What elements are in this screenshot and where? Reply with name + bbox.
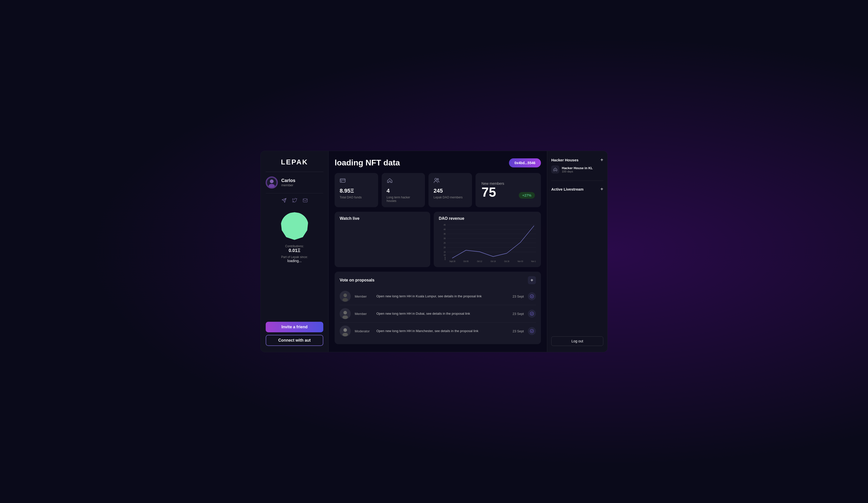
connect-aut-button[interactable]: Connect with aut <box>266 335 323 346</box>
stat-card-funds: 8.95Ξ Total DAO funds <box>334 173 378 207</box>
invite-friend-button[interactable]: Invite a friend <box>266 322 323 332</box>
proposal-avatar-1 <box>340 291 351 302</box>
proposal-row: Member Open new long term HH in Kuala Lu… <box>340 288 536 305</box>
wallet-button[interactable]: 0x4bd...5546 <box>509 158 541 168</box>
svg-point-35 <box>530 294 534 298</box>
sidebar: LEPAK Carlos member <box>261 151 329 352</box>
proposal-date-1: 23 Sept <box>509 294 524 298</box>
stats-row: 8.95Ξ Total DAO funds 4 Long term hacker… <box>334 173 541 207</box>
proposal-text-1: Open new long term HH in Kuala Lumpur, s… <box>376 294 505 299</box>
sidebar-title: LEPAK <box>281 158 308 166</box>
proposal-row: Moderator Open new long term HH in Manch… <box>340 322 536 340</box>
proposals-header: Vote on proposals + <box>340 276 536 284</box>
svg-point-6 <box>435 178 437 180</box>
main-header: loading NFT data 0x4bd...5546 <box>334 158 541 168</box>
twitter-icon[interactable] <box>292 198 297 204</box>
watch-live-title: Watch live <box>340 216 425 221</box>
svg-text:Oct 19: Oct 19 <box>490 260 496 263</box>
hacker-house-item: Hacker House in KL 100 days <box>551 165 603 173</box>
svg-point-33 <box>343 293 347 297</box>
svg-point-38 <box>342 315 348 319</box>
contributions-label: Contributions: <box>285 244 304 248</box>
active-livestream-header: Active Livestream + <box>551 186 603 192</box>
svg-rect-3 <box>303 199 307 202</box>
proposals-title: Vote on proposals <box>340 278 374 282</box>
svg-text:30: 30 <box>444 237 446 240</box>
svg-text:35: 35 <box>444 233 446 235</box>
user-name: Carlos <box>281 178 296 183</box>
svg-text:40: 40 <box>444 228 446 231</box>
stat-value-funds: 8.95Ξ <box>340 188 373 194</box>
proposal-avatar-2 <box>340 308 351 319</box>
proposal-text-3: Open new long term HH in Manchester, see… <box>376 329 505 333</box>
logout-button[interactable]: Log out <box>551 336 603 346</box>
house-info: Hacker House in KL 100 days <box>562 166 593 173</box>
svg-point-1 <box>270 180 274 183</box>
growth-badge: +27% <box>519 192 535 199</box>
svg-point-7 <box>437 179 438 180</box>
svg-text:15: 15 <box>444 251 446 253</box>
house-days: 100 days <box>562 170 593 173</box>
contributions-value: 0.01Ξ <box>285 248 304 253</box>
new-members-row: New members 75 +27% <box>482 181 535 199</box>
stat-label-members: Lepak DAO members <box>434 195 467 199</box>
proposal-check-3[interactable] <box>528 327 536 335</box>
svg-point-2 <box>269 184 275 188</box>
houses-icon <box>387 178 420 185</box>
sidebar-divider <box>266 172 323 172</box>
email-icon[interactable] <box>303 198 308 204</box>
stat-card-houses: 4 Long term hacker houses <box>382 173 425 207</box>
funds-icon <box>340 178 373 185</box>
add-hacker-house-button[interactable]: + <box>600 157 603 163</box>
sidebar-divider2 <box>266 193 323 193</box>
proposal-check-1[interactable] <box>528 292 536 300</box>
stat-value-members: 245 <box>434 188 467 194</box>
social-icons <box>281 198 308 204</box>
stat-label-houses: Long term hacker houses <box>387 195 420 203</box>
nft-badge <box>281 212 309 240</box>
svg-point-34 <box>342 298 348 302</box>
svg-text:0: 0 <box>445 258 446 261</box>
middle-row: Watch live DAO revenue 45 <box>334 212 541 267</box>
svg-point-43 <box>530 329 534 333</box>
proposals-card: Vote on proposals + Member Open new long… <box>334 272 541 344</box>
svg-point-5 <box>341 181 342 182</box>
revenue-chart-svg: 45 40 35 30 25 20 15 10 5 0 Sept 28 Oct … <box>439 222 536 263</box>
right-panel: Hacker Houses + Hacker House in KL 100 d… <box>547 151 607 352</box>
house-name: Hacker House in KL <box>562 166 593 170</box>
hacker-houses-header: Hacker Houses + <box>551 157 603 163</box>
page-title: loading NFT data <box>334 158 400 168</box>
active-livestream-title: Active Livestream <box>551 187 583 191</box>
proposal-check-2[interactable] <box>528 310 536 318</box>
dao-revenue-title: DAO revenue <box>439 216 536 221</box>
proposal-row: Member Open new long term HH in Dubai, s… <box>340 305 536 322</box>
proposal-role-2: Member <box>355 312 372 316</box>
user-info: Carlos member <box>281 178 296 187</box>
since-value: loading... <box>287 259 302 263</box>
telegram-icon[interactable] <box>281 198 287 204</box>
proposal-role-3: Moderator <box>355 329 372 333</box>
stat-card-members: 245 Lepak DAO members <box>428 173 472 207</box>
proposal-date-2: 23 Sept <box>509 312 524 316</box>
new-members-value: 75 <box>482 185 504 199</box>
svg-text:Oct 26: Oct 26 <box>504 260 509 263</box>
svg-text:Oct 12: Oct 12 <box>477 260 482 263</box>
since-label: Part of Lepak since: <box>281 255 308 259</box>
proposal-date-3: 23 Sept <box>509 329 524 333</box>
add-livestream-button[interactable]: + <box>600 186 603 192</box>
new-members-card: New members 75 +27% <box>476 173 541 207</box>
svg-text:10: 10 <box>444 254 446 256</box>
contributions: Contributions: 0.01Ξ <box>285 244 304 253</box>
house-icon <box>551 165 559 173</box>
svg-text:Oct 05: Oct 05 <box>463 260 469 263</box>
svg-text:Nov 03: Nov 03 <box>518 260 523 263</box>
main-content: loading NFT data 0x4bd...5546 8.95Ξ Tota… <box>329 151 547 352</box>
members-icon <box>434 178 467 185</box>
add-proposal-button[interactable]: + <box>528 276 536 284</box>
svg-point-42 <box>342 333 348 336</box>
nft-blob <box>281 212 309 240</box>
svg-text:Nov 10: Nov 10 <box>531 260 536 263</box>
dao-revenue-card: DAO revenue 45 40 35 <box>434 212 541 267</box>
avatar <box>266 177 278 189</box>
proposal-text-2: Open new long term HH in Dubai, see deta… <box>376 311 505 316</box>
